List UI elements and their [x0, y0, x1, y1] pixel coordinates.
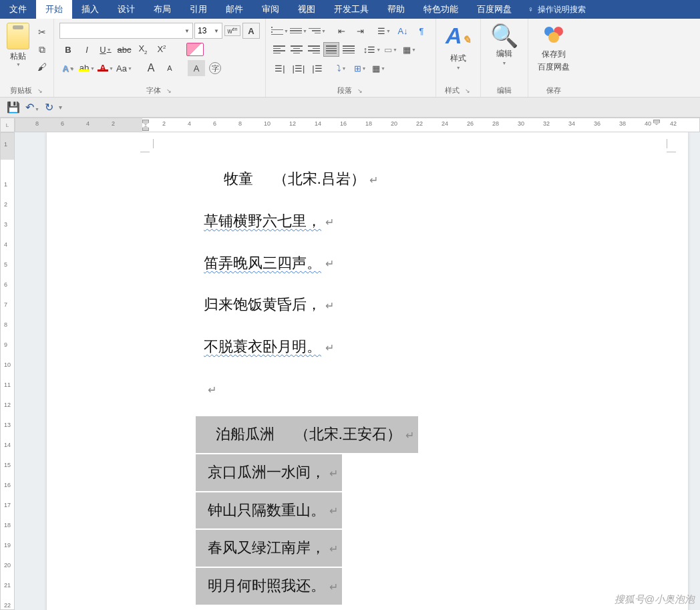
bullets-button[interactable]: ▼ [271, 23, 289, 39]
h-ruler-tick: 36 [594, 120, 600, 127]
chevron-down-icon: ▼ [284, 29, 289, 33]
poem2-line-3[interactable]: 春风又绿江南岸，↵ [196, 530, 342, 567]
copy-button[interactable]: ⧉ [35, 43, 49, 56]
menu-baidupan[interactable]: 百度网盘 [468, 0, 521, 19]
horizontal-ruler[interactable]: 8642246810121416182022242628303234363840… [15, 118, 700, 132]
grid-button[interactable]: ▦▼ [370, 60, 387, 76]
tell-me-search[interactable]: ♀ 操作说明搜索 [521, 0, 592, 19]
menu-devtools[interactable]: 开发工具 [325, 0, 378, 19]
vertical-ruler[interactable]: 112345678910111213141516171819202122 [0, 132, 15, 610]
menu-help[interactable]: 帮助 [378, 0, 414, 19]
superscript-button[interactable]: X2 [153, 41, 170, 57]
styles-launcher[interactable]: ↘ [464, 88, 472, 94]
poem1-line-2[interactable]: 笛弄晚风三四声。↵ [204, 253, 631, 274]
menu-view[interactable]: 视图 [289, 0, 325, 19]
menu-mail[interactable]: 邮件 [216, 0, 252, 19]
italic-button[interactable]: I [78, 41, 96, 57]
edit-button[interactable]: 🔍 编辑 ▼ [485, 21, 524, 68]
paragraph-launcher[interactable]: ↘ [356, 88, 364, 94]
ruler-corner[interactable]: L [0, 118, 15, 132]
dist-center-button[interactable]: |☰| [290, 60, 307, 76]
page-area[interactable]: 牧童（北宋.吕岩）↵ 草铺横野六七里，↵ 笛弄晚风三四声。↵ 归来饱饭黄昏后，↵… [15, 132, 700, 610]
h-ruler-tick: 8 [35, 120, 39, 127]
menu-file[interactable]: 文件 [0, 0, 36, 19]
poem1-line-1[interactable]: 草铺横野六七里，↵ [204, 211, 631, 232]
cut-button[interactable]: ✂ [35, 25, 49, 39]
styles-button[interactable]: A✎ 样式 ▼ [440, 21, 476, 73]
hanging-indent-marker[interactable] [142, 126, 149, 131]
align-center-button[interactable] [289, 42, 305, 57]
poem2-line-2[interactable]: 钟山只隔数重山。↵ [196, 492, 342, 529]
v-ruler-tick: 1 [4, 181, 7, 188]
numbering-button[interactable]: ▼ [290, 23, 307, 39]
subscript-button[interactable]: X2 [134, 41, 152, 57]
font-size-combo[interactable]: 13 ▼ [194, 23, 222, 39]
first-line-indent-marker[interactable] [142, 120, 149, 125]
redo-button[interactable]: ↻ [45, 101, 53, 114]
shading-button[interactable]: ▭▼ [382, 41, 399, 57]
paste-button[interactable]: 粘贴 ▼ [4, 21, 32, 68]
show-marks-button[interactable]: ¶ [413, 23, 430, 39]
phonetic-guide-button[interactable]: wén [224, 23, 241, 39]
qat-customize[interactable]: ▾ [59, 104, 62, 111]
document-content[interactable]: 牧童（北宋.吕岩）↵ 草铺横野六七里，↵ 笛弄晚风三四声。↵ 归来饱饭黄昏后，↵… [204, 169, 631, 606]
highlight-button[interactable]: ab▼ [78, 60, 96, 76]
text-effects-button[interactable]: A▼ [59, 60, 77, 76]
section-border-button[interactable]: ⊞▼ [351, 60, 369, 76]
char-border-button[interactable]: A [242, 23, 260, 39]
v-ruler-tick: 6 [4, 281, 7, 288]
font-color-button[interactable]: A▼ [97, 60, 114, 76]
font-name-combo[interactable]: ▼ [59, 23, 193, 39]
h-ruler-tick: 30 [518, 120, 524, 127]
document-page[interactable]: 牧童（北宋.吕岩）↵ 草铺横野六七里，↵ 笛弄晚风三四声。↵ 归来饱饭黄昏后，↵… [47, 132, 688, 610]
save-button[interactable]: 💾 [7, 101, 20, 114]
dist-left-button[interactable]: ☰| [271, 60, 289, 76]
poem2-line-1[interactable]: 京口瓜洲一水间，↵ [196, 454, 342, 491]
menu-insert[interactable]: 插入 [72, 0, 108, 19]
menu-review[interactable]: 审阅 [252, 0, 289, 19]
shrink-font-button[interactable]: A [161, 60, 178, 76]
menu-references[interactable]: 引用 [180, 0, 216, 19]
poem1-title-line[interactable]: 牧童（北宋.吕岩）↵ [204, 169, 631, 190]
pilcrow-icon: ¶ [419, 26, 424, 36]
enclose-char-button[interactable]: 字 [206, 60, 224, 76]
eraser-button[interactable] [186, 41, 204, 57]
align-justify-button[interactable] [323, 42, 339, 57]
clipboard-launcher[interactable]: ↘ [36, 88, 44, 94]
save-baidupan-button[interactable]: 保存到 百度网盘 [532, 21, 575, 75]
poem2-title-line[interactable]: 泊船瓜洲（北宋.王安石）↵ [196, 416, 418, 453]
align-left-button[interactable] [271, 42, 287, 57]
right-indent-marker[interactable] [653, 120, 660, 125]
edit-label: 编辑 [496, 48, 512, 59]
text-direction-button[interactable]: ⤵▼ [333, 60, 350, 76]
align-right-button[interactable] [306, 42, 322, 57]
decrease-indent-button[interactable]: ⇤ [333, 23, 350, 39]
undo-button[interactable]: ↶▼ [25, 101, 39, 114]
dist-right-button[interactable]: |☰ [309, 60, 326, 76]
font-launcher[interactable]: ↘ [165, 88, 173, 94]
poem1-line-3[interactable]: 归来饱饭黄昏后，↵ [204, 295, 631, 315]
poem1-line-4[interactable]: 不脱蓑衣卧月明。↵ [204, 337, 631, 357]
bold-button[interactable]: B [59, 41, 77, 57]
h-ruler-tick: 20 [391, 120, 397, 127]
asian-layout-button[interactable]: ☰▼ [375, 23, 393, 39]
empty-paragraph[interactable]: ↵ [204, 379, 631, 395]
char-shading-button[interactable]: A [188, 60, 205, 76]
increase-indent-button[interactable]: ⇥ [351, 23, 369, 39]
menu-design[interactable]: 设计 [108, 0, 144, 19]
align-distribute-button[interactable] [341, 42, 357, 57]
underline-button[interactable]: U▼ [97, 41, 114, 57]
grow-font-button[interactable]: A [142, 60, 160, 76]
line-spacing-button[interactable]: ↕☰▼ [363, 41, 381, 57]
change-case-button[interactable]: Aa▼ [116, 60, 133, 76]
format-painter-button[interactable]: 🖌 [35, 60, 49, 73]
selection-block[interactable]: 泊船瓜洲（北宋.王安石）↵ 京口瓜洲一水间，↵ 钟山只隔数重山。↵ 春风又绿江南… [196, 416, 631, 606]
strike-button[interactable]: abc [116, 41, 133, 57]
multilevel-button[interactable]: ▼ [309, 23, 326, 39]
borders-button[interactable]: ▦▼ [401, 41, 418, 57]
menu-special[interactable]: 特色功能 [414, 0, 468, 19]
sort-button[interactable]: A↓ [394, 23, 411, 39]
menu-layout[interactable]: 布局 [144, 0, 180, 19]
poem2-line-4[interactable]: 明月何时照我还。↵ [196, 568, 342, 605]
menu-home[interactable]: 开始 [36, 0, 72, 19]
